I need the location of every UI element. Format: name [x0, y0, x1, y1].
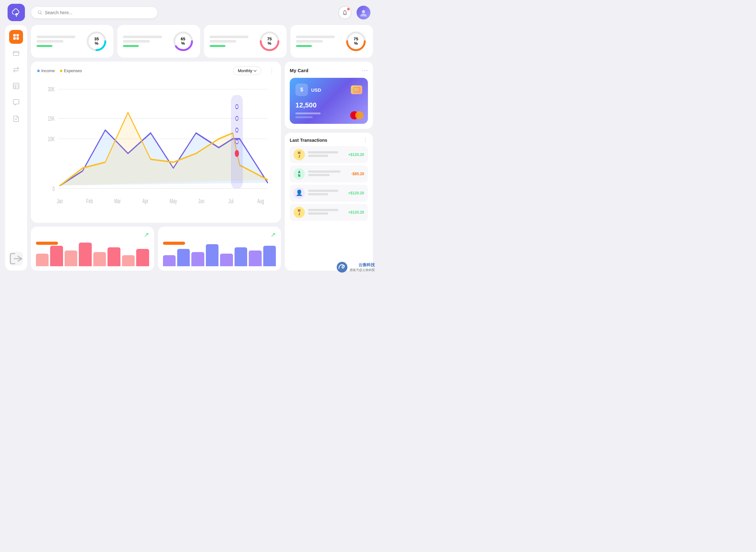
user-avatar[interactable]: [356, 6, 370, 19]
bar-1: [177, 249, 190, 266]
svg-text:Jan: Jan: [57, 197, 63, 204]
notification-button[interactable]: [338, 6, 351, 19]
sidebar-item-table[interactable]: [9, 79, 23, 93]
stat-progress-0: [36, 45, 52, 47]
stat-progress-1: [123, 45, 139, 47]
bar-0: [163, 255, 176, 266]
sidebar: [5, 25, 27, 271]
right-panel: My Card ⋯ $ USD 12,: [285, 61, 373, 271]
card-top: $ USD: [295, 84, 362, 96]
sidebar-item-message[interactable]: [9, 96, 23, 109]
bar-5: [234, 247, 247, 266]
mini-charts: ↗: [31, 227, 281, 271]
notification-dot: [347, 8, 350, 10]
svg-text:Jun: Jun: [198, 197, 205, 204]
bar-7: [136, 249, 149, 266]
card-chip: [351, 86, 362, 94]
main-layout: 35% 65%: [0, 25, 378, 276]
header-right: [338, 6, 370, 19]
bar-7: [263, 246, 276, 266]
sidebar-item-document[interactable]: [9, 112, 23, 126]
stat-cards: 35% 65%: [31, 25, 373, 58]
trans-avatar-1: AN: [294, 168, 305, 179]
sidebar-item-dashboard[interactable]: [9, 30, 23, 44]
card-amount: 12,500: [295, 101, 362, 109]
svg-point-33: [236, 105, 238, 109]
transaction-item-2[interactable]: 👤 +$120.20: [290, 185, 368, 201]
transaction-item-0[interactable]: MJ +$120.20: [290, 146, 368, 163]
trans-avatar-3: MJ: [294, 207, 305, 218]
stat-label-line-2: [210, 40, 236, 42]
gauge-3: 75%: [345, 30, 367, 52]
svg-rect-5: [13, 37, 16, 40]
chart-menu-dots[interactable]: ⋮: [269, 67, 275, 75]
svg-text:May: May: [170, 197, 177, 204]
trans-avatar-0: MJ: [294, 149, 305, 160]
bar-0: [36, 254, 48, 266]
trans-detail-2: [308, 193, 328, 195]
trans-amount-2: +$120.20: [348, 191, 364, 195]
transactions-menu[interactable]: ⋮: [363, 137, 368, 143]
mini-card-1: ↗: [158, 227, 281, 271]
watermark-logo: [336, 262, 348, 273]
transactions-title: Last Transactions: [290, 138, 327, 143]
main-chart-svg: 30K 15K 10K 0: [37, 78, 275, 218]
transaction-item-1[interactable]: AN -$85.20: [290, 165, 368, 182]
logo-icon: [12, 8, 21, 17]
bar-2: [191, 252, 204, 266]
svg-text:Mar: Mar: [114, 197, 121, 204]
trans-info-1: [308, 170, 351, 177]
my-card-section: My Card ⋯ $ USD 12,: [285, 61, 373, 129]
credit-card: $ USD 12,500: [290, 78, 368, 124]
legend-expenses: Expenses: [60, 68, 82, 73]
svg-text:0: 0: [52, 185, 55, 192]
bar-5: [108, 247, 120, 266]
stat-label-line-2: [296, 40, 323, 42]
card-options-dots[interactable]: ⋯: [361, 66, 368, 74]
gauge-value-2: 75%: [267, 37, 272, 46]
stat-label-line-2: [123, 40, 150, 42]
watermark-text: 云衡科技 搜狐号@云衡科技: [350, 262, 375, 272]
bar-4: [220, 254, 233, 266]
sidebar-item-transfer[interactable]: [9, 63, 23, 77]
chip-pattern: [353, 87, 360, 92]
svg-text:Feb: Feb: [86, 197, 93, 204]
logo[interactable]: [8, 4, 25, 21]
trans-avatar-2: 👤: [294, 187, 305, 199]
search-input[interactable]: [45, 10, 151, 15]
bar-2: [65, 251, 77, 266]
trans-amount-0: +$120.20: [348, 152, 364, 157]
sidebar-item-cards[interactable]: [9, 46, 23, 60]
svg-text:Apr: Apr: [142, 197, 148, 204]
transactions-section: Last Transactions ⋮ MJ +$120.20 AN: [285, 133, 373, 271]
logout-button[interactable]: [9, 252, 23, 266]
trans-name-3: [308, 209, 338, 211]
trans-detail-3: [308, 213, 328, 215]
monthly-label: Monthly: [238, 68, 252, 73]
my-card-title: My Card: [290, 68, 308, 73]
mini-bar-chart-1: [163, 247, 276, 266]
mc-orange-circle: [355, 111, 363, 119]
mini-orange-bar-1: [163, 242, 185, 245]
gauge-value-1: 65%: [181, 37, 185, 46]
monthly-button[interactable]: Monthly: [233, 66, 261, 75]
search-bar[interactable]: [31, 7, 157, 18]
stat-card-0: 35%: [31, 25, 113, 58]
mini-bar-chart-0: [36, 247, 149, 266]
trans-name-1: [308, 170, 340, 173]
mastercard-logo: [350, 111, 363, 119]
svg-rect-4: [16, 34, 19, 36]
stat-card-2: 75%: [204, 25, 287, 58]
watermark-company: 云衡科技: [350, 262, 375, 268]
svg-text:10K: 10K: [48, 135, 55, 143]
trans-name-2: [308, 190, 338, 192]
mini-arrow-up-1: ↗: [271, 231, 276, 239]
trans-detail-0: [308, 155, 328, 157]
svg-rect-9: [13, 83, 19, 89]
income-label: Income: [41, 68, 55, 73]
stat-card-1: 65%: [117, 25, 200, 58]
mini-card-header-0: ↗: [36, 231, 149, 239]
transaction-item-3[interactable]: MJ +$120.20: [290, 204, 368, 221]
card-currency-symbol: $: [295, 84, 308, 96]
trans-name-0: [308, 151, 338, 153]
